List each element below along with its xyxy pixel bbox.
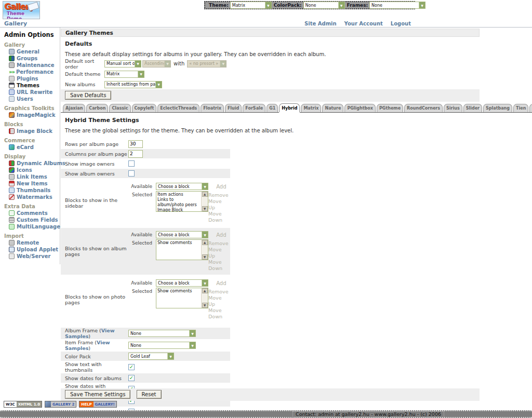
- sidebar-item-dynamic-albums[interactable]: Dynamic Albums: [9, 160, 60, 166]
- item-frame-select[interactable]: None ▼: [128, 342, 196, 349]
- reset-button[interactable]: Reset: [137, 390, 162, 399]
- logout-link[interactable]: Logout: [391, 21, 411, 26]
- color-pack-select[interactable]: Gold Leaf ▼: [128, 353, 174, 360]
- save-theme-settings-button[interactable]: Save Theme Settings: [65, 390, 130, 399]
- scroll-up-icon[interactable]: ▲: [202, 192, 208, 197]
- tab-pgtheme[interactable]: PGtheme: [377, 104, 403, 112]
- move-down-link[interactable]: Move Down: [208, 211, 229, 223]
- list-item[interactable]: Image Block: [157, 208, 201, 211]
- tab-forsale[interactable]: ForSale: [243, 104, 265, 112]
- dates-albums-checkbox[interactable]: ✓: [128, 375, 135, 381]
- move-down-link[interactable]: Move Down: [208, 259, 229, 272]
- tab-sirius[interactable]: Sirius: [444, 104, 462, 112]
- colorpack-select[interactable]: None ▼: [303, 2, 345, 9]
- tab-g1[interactable]: G1: [267, 104, 278, 112]
- sidebar-item-comments[interactable]: Comments: [9, 210, 60, 216]
- tab-slider[interactable]: Slider: [463, 104, 482, 112]
- tab-fluid[interactable]: Fluid: [225, 104, 242, 112]
- rows-per-page-input[interactable]: [128, 140, 143, 148]
- sidebar-item-watermarks[interactable]: Watermarks: [9, 194, 60, 200]
- list-item[interactable]: Links to album/photo peers: [157, 197, 201, 208]
- theme-select[interactable]: Matrix ▼: [230, 2, 272, 9]
- tab-ajaxian[interactable]: Ajaxian: [63, 104, 85, 112]
- photo-choose-block-select[interactable]: Choose a block ▼: [156, 279, 208, 287]
- scrollbar[interactable]: ▲ ▼: [201, 192, 208, 211]
- your-account-link[interactable]: Your Account: [344, 21, 383, 26]
- tab-eclecticthreads[interactable]: EclecticThreads: [157, 104, 200, 112]
- sidebar-item-imagemagick[interactable]: ImageMagick: [9, 112, 60, 118]
- sidebar-selected-blocks-list[interactable]: Item actions Links to album/photo peers …: [156, 191, 208, 212]
- tab-tile[interactable]: Tile: [529, 104, 532, 112]
- remove-link[interactable]: Remove: [208, 192, 229, 198]
- sidebar-item-thumbnails[interactable]: Thumbnails: [9, 187, 60, 193]
- add-link[interactable]: Add: [216, 279, 226, 286]
- photo-selected-blocks-list[interactable]: Show comments ▲ ▼: [156, 288, 208, 308]
- sidebar-item-image-block[interactable]: Image Block: [9, 128, 60, 134]
- sidebar-item-general[interactable]: General: [9, 49, 60, 55]
- sidebar-item-new-items[interactable]: New Items: [9, 181, 60, 186]
- list-item[interactable]: Item actions: [157, 192, 201, 197]
- add-link[interactable]: Add: [216, 183, 226, 190]
- sidebar-choose-block-select[interactable]: Choose a block ▼: [156, 183, 208, 190]
- w3c-xhtml-badge[interactable]: W3C XHTML 1.0: [4, 401, 42, 408]
- remove-link[interactable]: Remove: [208, 240, 229, 247]
- sidebar-item-performance[interactable]: »»Performance: [9, 69, 60, 75]
- list-item[interactable]: Show comments: [157, 289, 201, 294]
- breadcrumb[interactable]: Gallery: [4, 20, 27, 27]
- album-selected-blocks-list[interactable]: Show comments ▲ ▼: [156, 239, 208, 260]
- album-frame-select[interactable]: None ▼: [128, 330, 196, 337]
- sidebar-item-url-rewrite[interactable]: URL Rewrite: [9, 89, 60, 95]
- tab-classic[interactable]: Classic: [109, 104, 130, 112]
- sidebar-item-link-items[interactable]: Link Items: [9, 174, 60, 180]
- help-gallery-badge[interactable]: HELP GALLERY!: [79, 401, 116, 408]
- gallery-logo[interactable]: Gallery Theme Demo: [3, 1, 40, 19]
- gallery2-badge[interactable]: GALLERY 2: [45, 401, 76, 408]
- remove-link[interactable]: Remove: [208, 289, 229, 295]
- sidebar-item-themes[interactable]: Themes: [9, 83, 60, 88]
- default-theme-select[interactable]: Matrix ▼: [104, 71, 144, 78]
- tab-splatbang[interactable]: Splatbang: [483, 104, 512, 112]
- tab-matrix[interactable]: Matrix: [301, 104, 321, 112]
- tab-carbon[interactable]: Carbon: [86, 104, 108, 112]
- tab-nature[interactable]: Nature: [322, 104, 343, 112]
- sidebar-item-icons[interactable]: Icons: [9, 167, 60, 173]
- save-defaults-button[interactable]: Save Defaults: [65, 91, 111, 100]
- cols-per-page-input[interactable]: [128, 150, 143, 158]
- scroll-down-icon[interactable]: ▼: [202, 303, 208, 308]
- new-albums-select[interactable]: Inherit settings from parent album ▼: [104, 81, 162, 88]
- tab-tien[interactable]: Tien: [513, 104, 528, 112]
- scroll-up-icon[interactable]: ▲: [202, 240, 208, 245]
- scrollbar[interactable]: ▲ ▼: [201, 288, 208, 308]
- show-text-checkbox[interactable]: ✓: [128, 364, 135, 370]
- scroll-down-icon[interactable]: ▼: [202, 254, 208, 260]
- add-link[interactable]: Add: [216, 231, 226, 238]
- sidebar-item-plugins[interactable]: Plugins: [9, 76, 60, 82]
- list-item[interactable]: Show comments: [157, 240, 201, 246]
- sidebar-item-upload-applet[interactable]: Upload Applet: [9, 247, 60, 252]
- sidebar-item-remote[interactable]: Remote: [9, 240, 60, 246]
- show-image-owners-checkbox[interactable]: [128, 160, 135, 167]
- sidebar-item-users[interactable]: Users: [9, 96, 60, 102]
- move-up-link[interactable]: Move Up: [208, 295, 229, 307]
- tab-roundcorners[interactable]: RoundCorners: [404, 104, 443, 112]
- move-up-link[interactable]: Move Up: [208, 247, 229, 259]
- tab-copyleft[interactable]: Copyleft: [132, 104, 157, 112]
- site-admin-link[interactable]: Site Admin: [304, 21, 337, 26]
- tab-hybrid[interactable]: Hybrid: [279, 103, 300, 112]
- album-choose-block-select[interactable]: Choose a block ▼: [156, 231, 208, 238]
- move-up-link[interactable]: Move Up: [208, 198, 229, 211]
- sidebar-item-web-server[interactable]: Web/Server: [9, 253, 60, 259]
- sidebar-item-maintenance[interactable]: Maintenance: [9, 62, 60, 68]
- default-sort-order-select[interactable]: Manual sort order ▼: [104, 60, 141, 68]
- scroll-up-icon[interactable]: ▲: [202, 288, 208, 293]
- tab-pglightbox[interactable]: PGlightbox: [344, 104, 376, 112]
- sidebar-item-multilanguage[interactable]: MultiLanguage: [9, 224, 60, 230]
- sidebar-item-custom-fields[interactable]: Custom Fields: [9, 217, 60, 223]
- sidebar-item-groups[interactable]: Groups: [9, 56, 60, 61]
- show-album-owners-checkbox[interactable]: [128, 170, 135, 177]
- scroll-down-icon[interactable]: ▼: [202, 206, 208, 211]
- frames-select[interactable]: None ▼: [369, 2, 425, 9]
- scrollbar[interactable]: ▲ ▼: [201, 240, 208, 260]
- sidebar-item-ecard[interactable]: eCard: [9, 144, 60, 150]
- move-down-link[interactable]: Move Down: [208, 307, 229, 320]
